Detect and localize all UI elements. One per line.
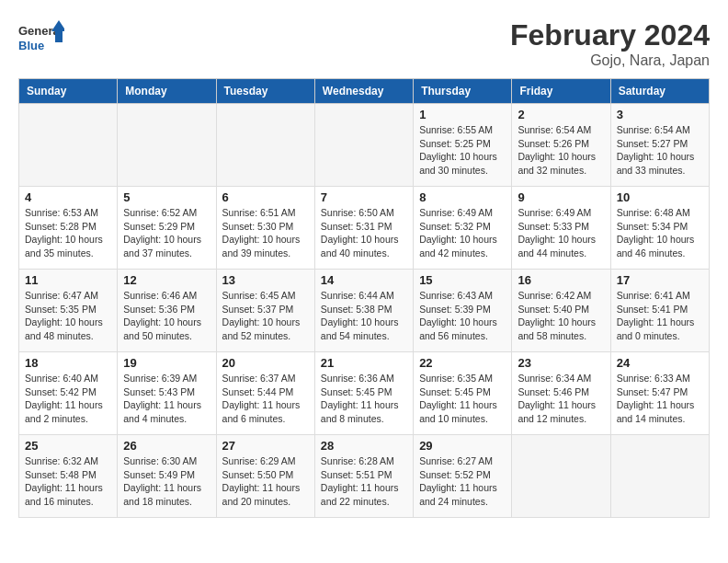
day-number: 14 [321, 273, 407, 287]
day-number: 22 [419, 356, 506, 370]
header-cell-thursday: Thursday [414, 79, 512, 104]
calendar-cell: 11Sunrise: 6:47 AM Sunset: 5:35 PM Dayli… [19, 270, 118, 352]
day-info: Sunrise: 6:49 AM Sunset: 5:33 PM Dayligh… [518, 206, 604, 260]
calendar-cell [610, 435, 709, 518]
day-number: 24 [617, 356, 703, 370]
day-info: Sunrise: 6:33 AM Sunset: 5:47 PM Dayligh… [617, 372, 703, 426]
calendar-cell: 6Sunrise: 6:51 AM Sunset: 5:30 PM Daylig… [216, 187, 314, 270]
day-number: 3 [617, 108, 703, 121]
calendar-week-5: 25Sunrise: 6:32 AM Sunset: 5:48 PM Dayli… [19, 435, 710, 518]
calendar-week-3: 11Sunrise: 6:47 AM Sunset: 5:35 PM Dayli… [19, 270, 710, 352]
header-cell-monday: Monday [118, 79, 216, 104]
calendar-cell [314, 104, 413, 187]
day-info: Sunrise: 6:41 AM Sunset: 5:41 PM Dayligh… [617, 289, 703, 343]
calendar-cell: 29Sunrise: 6:27 AM Sunset: 5:52 PM Dayli… [414, 435, 512, 518]
calendar-cell [216, 104, 314, 187]
day-info: Sunrise: 6:53 AM Sunset: 5:28 PM Dayligh… [25, 206, 111, 260]
day-number: 17 [617, 273, 703, 287]
day-info: Sunrise: 6:45 AM Sunset: 5:37 PM Dayligh… [222, 289, 309, 343]
day-info: Sunrise: 6:35 AM Sunset: 5:45 PM Dayligh… [419, 372, 506, 426]
calendar-cell: 7Sunrise: 6:50 AM Sunset: 5:31 PM Daylig… [314, 187, 413, 270]
day-info: Sunrise: 6:44 AM Sunset: 5:38 PM Dayligh… [321, 289, 407, 343]
calendar-cell: 16Sunrise: 6:42 AM Sunset: 5:40 PM Dayli… [512, 270, 610, 352]
header-cell-tuesday: Tuesday [216, 79, 314, 104]
calendar-cell: 21Sunrise: 6:36 AM Sunset: 5:45 PM Dayli… [314, 352, 413, 435]
header-cell-wednesday: Wednesday [314, 79, 413, 104]
calendar-cell: 27Sunrise: 6:29 AM Sunset: 5:50 PM Dayli… [216, 435, 314, 518]
day-number: 21 [321, 356, 407, 370]
day-number: 28 [321, 439, 407, 453]
day-info: Sunrise: 6:49 AM Sunset: 5:32 PM Dayligh… [419, 206, 506, 260]
calendar-cell: 19Sunrise: 6:39 AM Sunset: 5:43 PM Dayli… [118, 352, 216, 435]
day-info: Sunrise: 6:50 AM Sunset: 5:31 PM Dayligh… [321, 206, 407, 260]
day-number: 1 [419, 108, 506, 121]
calendar-table: SundayMondayTuesdayWednesdayThursdayFrid… [18, 78, 710, 518]
calendar-cell: 9Sunrise: 6:49 AM Sunset: 5:33 PM Daylig… [512, 187, 610, 270]
day-number: 23 [518, 356, 604, 370]
day-info: Sunrise: 6:52 AM Sunset: 5:29 PM Dayligh… [123, 206, 210, 260]
calendar-cell [118, 104, 216, 187]
page-header: General Blue February 2024 Gojo, Nara, J… [18, 18, 710, 69]
calendar-cell: 22Sunrise: 6:35 AM Sunset: 5:45 PM Dayli… [414, 352, 512, 435]
calendar-cell: 24Sunrise: 6:33 AM Sunset: 5:47 PM Dayli… [610, 352, 709, 435]
day-info: Sunrise: 6:46 AM Sunset: 5:36 PM Dayligh… [123, 289, 210, 343]
header-row: SundayMondayTuesdayWednesdayThursdayFrid… [19, 79, 710, 104]
calendar-cell: 1Sunrise: 6:55 AM Sunset: 5:25 PM Daylig… [414, 104, 512, 187]
day-info: Sunrise: 6:32 AM Sunset: 5:48 PM Dayligh… [25, 454, 111, 509]
day-info: Sunrise: 6:51 AM Sunset: 5:30 PM Dayligh… [222, 206, 309, 260]
day-info: Sunrise: 6:40 AM Sunset: 5:42 PM Dayligh… [25, 372, 111, 426]
day-info: Sunrise: 6:34 AM Sunset: 5:46 PM Dayligh… [518, 372, 604, 426]
day-info: Sunrise: 6:29 AM Sunset: 5:50 PM Dayligh… [222, 454, 309, 509]
day-number: 8 [419, 190, 506, 204]
calendar-cell: 8Sunrise: 6:49 AM Sunset: 5:32 PM Daylig… [414, 187, 512, 270]
day-number: 27 [222, 439, 309, 453]
day-number: 16 [518, 273, 604, 287]
calendar-cell: 18Sunrise: 6:40 AM Sunset: 5:42 PM Dayli… [19, 352, 118, 435]
day-number: 12 [123, 273, 210, 287]
day-info: Sunrise: 6:54 AM Sunset: 5:27 PM Dayligh… [617, 123, 703, 178]
day-info: Sunrise: 6:43 AM Sunset: 5:39 PM Dayligh… [419, 289, 506, 343]
day-number: 29 [419, 439, 506, 453]
day-info: Sunrise: 6:54 AM Sunset: 5:26 PM Dayligh… [518, 123, 604, 178]
day-info: Sunrise: 6:39 AM Sunset: 5:43 PM Dayligh… [123, 372, 210, 426]
calendar-cell: 17Sunrise: 6:41 AM Sunset: 5:41 PM Dayli… [610, 270, 709, 352]
day-info: Sunrise: 6:30 AM Sunset: 5:49 PM Dayligh… [123, 454, 210, 509]
day-info: Sunrise: 6:48 AM Sunset: 5:34 PM Dayligh… [617, 206, 703, 260]
calendar-cell: 2Sunrise: 6:54 AM Sunset: 5:26 PM Daylig… [512, 104, 610, 187]
day-number: 15 [419, 273, 506, 287]
calendar-cell: 4Sunrise: 6:53 AM Sunset: 5:28 PM Daylig… [19, 187, 118, 270]
day-info: Sunrise: 6:37 AM Sunset: 5:44 PM Dayligh… [222, 372, 309, 426]
calendar-cell: 10Sunrise: 6:48 AM Sunset: 5:34 PM Dayli… [610, 187, 709, 270]
calendar-cell: 26Sunrise: 6:30 AM Sunset: 5:49 PM Dayli… [118, 435, 216, 518]
day-number: 2 [518, 108, 604, 121]
day-number: 26 [123, 439, 210, 453]
calendar-cell: 20Sunrise: 6:37 AM Sunset: 5:44 PM Dayli… [216, 352, 314, 435]
logo-svg: General Blue [18, 18, 64, 55]
day-number: 11 [25, 273, 111, 287]
logo: General Blue [18, 18, 64, 55]
day-number: 5 [123, 190, 210, 204]
svg-text:Blue: Blue [18, 39, 44, 52]
day-number: 13 [222, 273, 309, 287]
day-info: Sunrise: 6:27 AM Sunset: 5:52 PM Dayligh… [419, 454, 506, 509]
calendar-cell: 25Sunrise: 6:32 AM Sunset: 5:48 PM Dayli… [19, 435, 118, 518]
calendar-cell [512, 435, 610, 518]
calendar-week-2: 4Sunrise: 6:53 AM Sunset: 5:28 PM Daylig… [19, 187, 710, 270]
day-number: 19 [123, 356, 210, 370]
day-number: 7 [321, 190, 407, 204]
calendar-cell: 28Sunrise: 6:28 AM Sunset: 5:51 PM Dayli… [314, 435, 413, 518]
page-subtitle: Gojo, Nara, Japan [510, 52, 710, 69]
calendar-cell: 14Sunrise: 6:44 AM Sunset: 5:38 PM Dayli… [314, 270, 413, 352]
calendar-cell: 5Sunrise: 6:52 AM Sunset: 5:29 PM Daylig… [118, 187, 216, 270]
title-block: February 2024 Gojo, Nara, Japan [510, 18, 710, 69]
day-number: 20 [222, 356, 309, 370]
day-info: Sunrise: 6:42 AM Sunset: 5:40 PM Dayligh… [518, 289, 604, 343]
day-number: 18 [25, 356, 111, 370]
day-number: 25 [25, 439, 111, 453]
calendar-cell: 13Sunrise: 6:45 AM Sunset: 5:37 PM Dayli… [216, 270, 314, 352]
day-info: Sunrise: 6:47 AM Sunset: 5:35 PM Dayligh… [25, 289, 111, 343]
day-number: 4 [25, 190, 111, 204]
header-cell-sunday: Sunday [19, 79, 118, 104]
day-info: Sunrise: 6:55 AM Sunset: 5:25 PM Dayligh… [419, 123, 506, 178]
calendar-week-1: 1Sunrise: 6:55 AM Sunset: 5:25 PM Daylig… [19, 104, 710, 187]
